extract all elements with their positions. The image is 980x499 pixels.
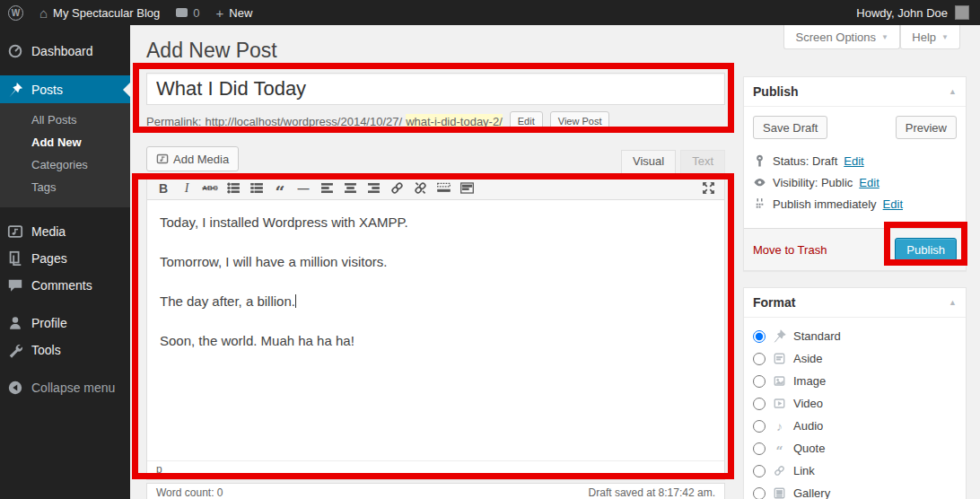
menu-gap xyxy=(0,207,130,218)
sidebar-item-label: Media xyxy=(31,224,66,239)
permalink-label: Permalink: xyxy=(146,115,201,128)
permalink-base: http://localhost/wordpress/2014/10/27/ xyxy=(205,115,402,128)
sidebar-item-add-new[interactable]: Add New xyxy=(0,131,130,153)
horizontal-rule-button[interactable]: — xyxy=(293,179,314,198)
format-radio-quote[interactable] xyxy=(753,442,766,455)
bullet-list-button[interactable] xyxy=(223,179,244,198)
sidebar-item-categories[interactable]: Categories xyxy=(0,153,130,176)
comments-icon xyxy=(7,277,23,293)
blockquote-button[interactable]: “ xyxy=(269,179,291,198)
insert-link-button[interactable] xyxy=(386,179,407,198)
editor-element-path[interactable]: p xyxy=(147,460,724,479)
aside-icon xyxy=(772,352,787,365)
strikethrough-button[interactable]: ABC xyxy=(199,179,221,198)
edit-schedule-link[interactable]: Edit xyxy=(883,197,903,211)
bold-button[interactable]: B xyxy=(153,179,174,198)
post-status-info-bar: Word count: 0 Draft saved at 8:17:42 am. xyxy=(146,483,725,499)
remove-link-button[interactable] xyxy=(409,179,431,198)
sidebar-item-label: Posts xyxy=(31,83,63,97)
format-radio-image[interactable] xyxy=(753,375,766,388)
user-icon xyxy=(7,315,23,331)
add-media-button[interactable]: Add Media xyxy=(146,146,239,171)
screen-options-tab[interactable]: Screen Options ▼ xyxy=(783,25,900,49)
wordpress-logo-menu[interactable]: W xyxy=(0,0,31,25)
toolbar-toggle-button[interactable] xyxy=(456,179,477,198)
format-option-link: Link xyxy=(753,460,957,482)
unlink-icon xyxy=(413,180,428,196)
media-buttons-row: Add Media Visual Text xyxy=(146,146,725,173)
tab-text[interactable]: Text xyxy=(680,150,725,173)
publish-button[interactable]: Publish xyxy=(895,238,957,261)
add-media-label: Add Media xyxy=(173,153,229,166)
align-left-button[interactable] xyxy=(316,179,337,198)
align-right-button[interactable] xyxy=(363,179,384,198)
format-option-quote: “ Quote xyxy=(753,437,957,460)
howdy-account-menu[interactable]: Howdy, John Doe xyxy=(856,6,955,20)
screen-options-label: Screen Options xyxy=(795,31,876,44)
format-radio-video[interactable] xyxy=(753,398,766,410)
visual-editor: B I ABC “ — xyxy=(146,176,725,480)
link-icon xyxy=(389,180,405,196)
preview-button[interactable]: Preview xyxy=(896,116,957,139)
format-radio-link[interactable] xyxy=(753,465,766,477)
edit-visibility-link[interactable]: Edit xyxy=(859,176,879,189)
more-tag-button[interactable] xyxy=(433,179,454,198)
move-to-trash-link[interactable]: Move to Trash xyxy=(753,243,827,257)
sidebar-item-posts[interactable]: Posts xyxy=(0,75,130,103)
sidebar-item-media[interactable]: Media xyxy=(0,218,130,245)
post-status-row: Status: Draft Edit xyxy=(753,154,957,168)
format-option-image: Image xyxy=(753,370,957,392)
new-content-menu[interactable]: + New xyxy=(208,0,261,25)
publish-box-header[interactable]: Publish ▲ xyxy=(744,77,966,107)
format-options-list: Standard Aside Image xyxy=(744,318,966,499)
format-radio-aside[interactable] xyxy=(753,353,766,365)
new-label: New xyxy=(229,6,252,20)
format-label: Quote xyxy=(793,442,825,455)
fullscreen-icon xyxy=(701,180,716,196)
user-avatar[interactable] xyxy=(955,5,969,20)
sidebar-item-all-posts[interactable]: All Posts xyxy=(0,109,130,131)
save-draft-button[interactable]: Save Draft xyxy=(753,116,827,139)
help-tab[interactable]: Help ▼ xyxy=(900,25,960,49)
format-label: Standard xyxy=(793,329,841,343)
sidebar-item-profile[interactable]: Profile xyxy=(0,310,130,337)
media-icon xyxy=(7,223,23,240)
collapse-panel-icon: ▲ xyxy=(949,87,957,96)
sidebar-item-tools[interactable]: Tools xyxy=(0,337,130,363)
format-radio-gallery[interactable] xyxy=(753,487,766,499)
content-area: Add New Post Permalink: http://localhost… xyxy=(130,25,980,499)
sidebar-item-pages[interactable]: Pages xyxy=(0,245,130,272)
visibility-label: Visibility: Public xyxy=(773,176,853,189)
side-column: Publish ▲ Save Draft Preview Status: Dra… xyxy=(743,64,967,499)
format-box-header[interactable]: Format ▲ xyxy=(744,288,966,318)
format-radio-standard[interactable] xyxy=(753,330,766,343)
sidebar-item-tags[interactable]: Tags xyxy=(0,176,130,198)
format-radio-audio[interactable] xyxy=(753,420,766,433)
sidebar-item-comments[interactable]: Comments xyxy=(0,272,130,299)
align-left-icon xyxy=(319,180,335,196)
numbered-list-button[interactable] xyxy=(246,179,267,198)
quote-icon: “ xyxy=(772,442,787,455)
sidebar-item-dashboard[interactable]: Dashboard xyxy=(0,38,130,65)
collapse-menu-button[interactable]: Collapse menu xyxy=(0,374,130,401)
eye-icon xyxy=(753,176,766,189)
view-post-button[interactable]: View Post xyxy=(550,111,610,131)
calendar-icon xyxy=(753,197,766,211)
editor-mode-tabs: Visual Text xyxy=(617,150,725,173)
align-center-button[interactable] xyxy=(339,179,361,198)
italic-button[interactable]: I xyxy=(176,179,197,198)
format-option-video: Video xyxy=(753,392,957,415)
misc-publishing-actions: Status: Draft Edit Visibility: Public Ed… xyxy=(744,139,966,228)
post-paragraph: Today, I installed Wordpress with XAMPP. xyxy=(160,214,712,230)
post-title-input[interactable] xyxy=(146,73,725,105)
post-body-editor[interactable]: Today, I installed Wordpress with XAMPP.… xyxy=(147,200,724,460)
pushpin-icon xyxy=(772,329,787,343)
edit-permalink-button[interactable]: Edit xyxy=(510,111,543,131)
edit-status-link[interactable]: Edit xyxy=(844,154,863,168)
wrench-icon xyxy=(7,342,23,358)
tab-visual[interactable]: Visual xyxy=(621,150,676,173)
comments-menu[interactable]: 0 xyxy=(168,0,207,25)
fullscreen-button[interactable] xyxy=(697,179,719,198)
comment-bubble-icon xyxy=(176,8,188,17)
site-name-link[interactable]: ⌂ My Spectacular Blog xyxy=(31,0,168,25)
